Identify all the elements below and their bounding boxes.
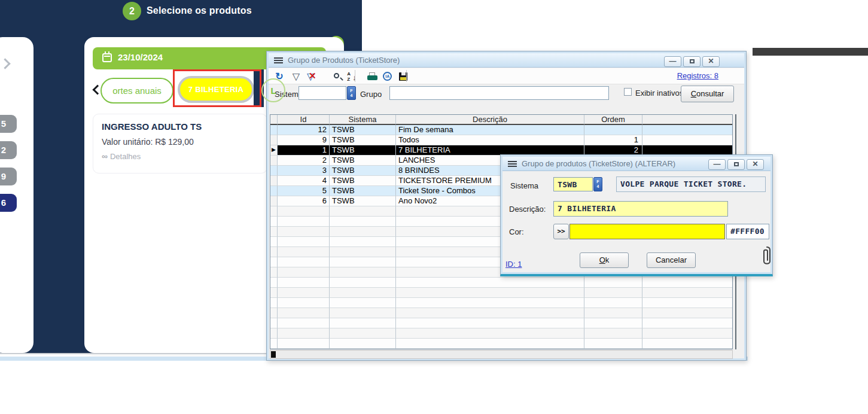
product-name: INGRESSO ADULTO TS (102, 121, 202, 132)
grid-selector-header (270, 115, 278, 125)
table-cell (330, 267, 396, 278)
main-toolbar: ↻ ▽ ▽✕ AZ↓ IA Registros: 8 (269, 68, 744, 84)
consultar-button[interactable]: Consultar (681, 86, 734, 102)
column-header-sistema[interactable]: Sistema (330, 115, 396, 125)
chevron-right-icon[interactable] (0, 58, 11, 69)
table-cell: 1 (278, 145, 330, 156)
dialog-sistema-label: Sistema (510, 181, 538, 190)
table-row-empty[interactable] (270, 298, 732, 308)
menu-icon[interactable] (508, 161, 517, 168)
table-cell (270, 176, 278, 186)
table-row[interactable]: 12TSWBFim De semana (270, 125, 732, 135)
table-cell (278, 237, 330, 247)
table-cell (330, 308, 396, 318)
table-cell (270, 267, 278, 278)
paperclip-icon[interactable] (762, 245, 772, 270)
registros-link[interactable]: Registros: 8 (677, 71, 718, 80)
table-cell (270, 298, 278, 308)
table-cell (642, 135, 732, 145)
table-cell: TSWB (330, 125, 396, 135)
sidebar-badge[interactable]: 2 (0, 141, 17, 159)
scrollbar-thumb[interactable] (271, 351, 276, 358)
record-id-link[interactable]: ID: 1 (505, 260, 522, 269)
minimize-button[interactable]: — (664, 56, 681, 67)
table-cell (278, 308, 330, 318)
column-header-descricao[interactable]: Descrição (396, 115, 584, 125)
column-header-id[interactable]: Id (278, 115, 330, 125)
table-row[interactable]: 9TSWBTodos1 (270, 135, 732, 145)
clear-filter-icon[interactable]: ▽✕ (307, 71, 314, 81)
dialog-sistema-description: VOLPE PARQUE TICKET STORE. (616, 176, 766, 192)
dialog-sistema-field[interactable]: TSWB (553, 177, 593, 191)
dialog-f4-lookup-button[interactable]: F4 (593, 177, 602, 191)
table-cell (270, 308, 278, 318)
dialog-minimize-button[interactable]: — (708, 159, 726, 170)
tab-partial[interactable]: ortes anuais (100, 78, 173, 104)
dialog-cor-hex-field[interactable]: #FFFF00 (726, 224, 769, 239)
table-cell (642, 298, 732, 308)
table-cell (278, 247, 330, 257)
table-cell (278, 267, 330, 278)
sistema-input[interactable] (299, 86, 346, 100)
table-cell: 1 (584, 135, 642, 145)
table-cell: TSWB (330, 186, 396, 196)
table-cell: Todos (396, 135, 584, 145)
filter-icon[interactable]: ▽ (290, 71, 302, 82)
table-cell (584, 308, 642, 318)
product-details-link[interactable]: ∞Detalhes (102, 151, 141, 161)
table-cell (330, 257, 396, 267)
horizontal-scrollbar[interactable] (270, 350, 733, 359)
table-cell (330, 288, 396, 298)
table-cell (396, 278, 584, 288)
f4-lookup-button[interactable]: F4 (347, 86, 356, 100)
maximize-button[interactable] (683, 56, 701, 67)
table-cell (270, 135, 278, 145)
cancelar-button[interactable]: Cancelar (647, 252, 696, 268)
column-header-extra (642, 115, 732, 125)
table-cell: 6 (278, 196, 330, 206)
dialog-close-button[interactable]: ✕ (747, 159, 764, 170)
toolbar-separator (406, 70, 407, 82)
main-window-titlebar[interactable]: Grupo de Produtos (TicketStore) — ✕ (269, 53, 744, 68)
step-title: Selecione os produtos (147, 5, 252, 16)
close-button[interactable]: ✕ (702, 56, 720, 67)
exibir-inativos-checkbox[interactable] (624, 88, 632, 96)
table-row-empty[interactable] (270, 318, 732, 328)
dialog-cor-swatch[interactable] (569, 224, 725, 239)
table-cell: 3 (278, 166, 330, 176)
table-cell: TSWB (330, 166, 396, 176)
menu-icon[interactable] (274, 57, 283, 64)
table-row-empty[interactable] (270, 278, 732, 288)
table-row-empty[interactable] (270, 308, 732, 318)
table-cell (330, 206, 396, 217)
dialog-descricao-field[interactable]: 7 BILHETERIA (553, 201, 728, 217)
dialog-maximize-button[interactable] (727, 159, 745, 170)
table-row-empty[interactable] (270, 288, 732, 298)
table-cell (330, 217, 396, 227)
dialog-titlebar[interactable]: Grupo de produtos (TicketStore) (ALTERAR… (502, 157, 770, 171)
screenshot-stage: 2 Selecione os produtos 5 2 9 6 23/10/20… (0, 0, 868, 414)
grupo-input[interactable] (389, 86, 609, 100)
sidebar-badge[interactable]: 5 (0, 115, 17, 133)
table-row-empty[interactable] (270, 339, 732, 349)
table-cell (642, 288, 732, 298)
table-cell (396, 328, 584, 339)
table-cell (642, 318, 732, 328)
table-cell (330, 298, 396, 308)
table-cell (270, 227, 278, 237)
sidebar-badge[interactable]: 9 (0, 168, 17, 185)
table-row-empty[interactable] (270, 328, 732, 339)
table-cell (396, 318, 584, 328)
column-header-ordem[interactable]: Ordem (584, 115, 642, 125)
ok-button[interactable]: Ok (580, 252, 629, 268)
dialog-cor-picker-button[interactable]: >> (553, 224, 569, 239)
table-cell: TSWB (330, 135, 396, 145)
table-cell (642, 339, 732, 349)
dialog-cor-label: Cor: (509, 227, 524, 236)
table-cell (278, 278, 330, 288)
sidebar-badge-active[interactable]: 6 (0, 194, 17, 212)
table-cell (584, 278, 642, 288)
table-cell: 2 (278, 156, 330, 166)
tab-next-fragment[interactable]: L (261, 78, 285, 102)
table-cell (270, 217, 278, 227)
